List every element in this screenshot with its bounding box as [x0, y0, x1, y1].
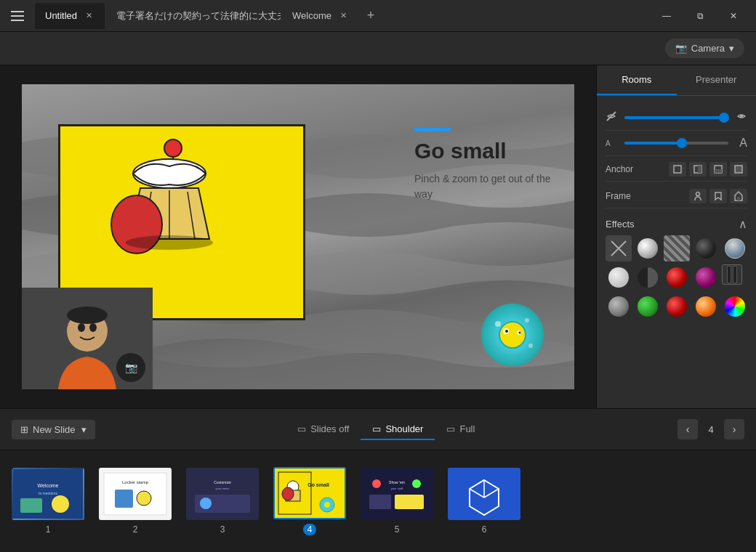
slide-navigation: ‹ 4 ›: [677, 419, 744, 439]
new-tab-button[interactable]: +: [361, 6, 381, 26]
small-text-icon: A: [606, 139, 620, 147]
slide-6-preview: [449, 469, 519, 519]
slide-1-preview: Welcome to mentions: [13, 469, 83, 519]
tab-welcome[interactable]: Welcome ✕: [282, 3, 359, 29]
view-mode-full[interactable]: ▭ Full: [435, 419, 486, 440]
svg-point-36: [52, 495, 69, 513]
effect-pearl[interactable]: [606, 264, 632, 291]
svg-rect-28: [715, 169, 722, 173]
size-slider[interactable]: [624, 142, 728, 145]
tab-label: Untitled: [45, 10, 77, 21]
cupcake-illustration: [75, 130, 293, 312]
slide-thumb-img-1: Welcome to mentions: [12, 468, 84, 520]
slide-5-preview: Show 'em your stuff: [362, 469, 432, 519]
svg-rect-58: [369, 495, 391, 509]
svg-rect-40: [115, 490, 133, 508]
tab-close-button[interactable]: ✕: [83, 10, 94, 22]
anchor-buttons: [669, 162, 747, 176]
close-button[interactable]: ✕: [717, 3, 750, 29]
svg-point-60: [372, 479, 381, 488]
effect-red-preview: [667, 267, 687, 288]
svg-point-14: [495, 321, 501, 327]
svg-rect-26: [698, 166, 701, 173]
slide-num-5: 5: [395, 524, 400, 535]
camera-button[interactable]: 📷 Camera ▾: [665, 38, 744, 58]
effect-rainbow[interactable]: [722, 293, 748, 320]
effect-stripes[interactable]: [664, 235, 690, 261]
effect-none-icon: [608, 238, 629, 259]
svg-point-20: [89, 323, 97, 332]
slide-thumbnail-5[interactable]: Show 'em your stuff 5: [361, 468, 433, 535]
camera-feed: 📷: [22, 288, 153, 389]
effects-header: Effects ∧: [606, 210, 747, 235]
panel-tabs: Rooms Presenter: [597, 65, 756, 96]
prev-slide-button[interactable]: ‹: [677, 419, 698, 439]
panel-tab-presenter[interactable]: Presenter: [677, 65, 757, 95]
hamburger-button[interactable]: [6, 4, 29, 28]
panel-tab-rooms[interactable]: Rooms: [597, 65, 677, 95]
tab-close-button[interactable]: ✕: [337, 10, 349, 22]
effect-dark-sphere[interactable]: [693, 235, 719, 261]
slide-thumbnail-1[interactable]: Welcome to mentions 1: [12, 468, 84, 535]
effect-red2-preview: [667, 296, 687, 317]
tab-label: 電子署名だけの契約って法律的に大丈夫…: [116, 9, 281, 23]
slide-frame: Go small Pinch & zoom to get out of the …: [22, 84, 574, 389]
effect-pearl-preview: [608, 267, 629, 288]
frame-person-button[interactable]: [689, 189, 707, 203]
anchor-top-right[interactable]: [689, 162, 707, 176]
tab-untitled[interactable]: Untitled ✕: [35, 3, 105, 29]
slide-thumb-img-3: Customize your menu: [186, 468, 259, 520]
anchor-row: Anchor: [606, 156, 747, 179]
next-slide-button[interactable]: ›: [724, 419, 744, 439]
slide-thumbnail-4[interactable]: Go small 4: [273, 467, 346, 535]
effect-red2[interactable]: [664, 293, 690, 320]
effect-film[interactable]: [722, 264, 742, 285]
new-slide-button[interactable]: ⊞ New Slide ▾: [12, 420, 95, 439]
opacity-slider[interactable]: [624, 116, 728, 119]
effect-bubble-preview: [725, 238, 745, 259]
frame-bookmark-button[interactable]: [709, 189, 727, 203]
effects-toggle-button[interactable]: ∧: [739, 217, 747, 231]
camera-corner-icon[interactable]: 📷: [116, 353, 145, 382]
svg-rect-35: [20, 498, 42, 513]
view-mode-slides-off[interactable]: ▭ Slides off: [286, 419, 361, 440]
shoulder-label: Shoulder: [385, 423, 423, 434]
frame-house-button[interactable]: [730, 189, 747, 203]
slide-strip: Welcome to mentions 1 Locker stamp 2: [0, 450, 756, 552]
slide-3-preview: Customize your menu: [188, 469, 257, 519]
effect-bubble[interactable]: [722, 235, 748, 261]
shoulder-icon: ▭: [372, 423, 381, 434]
anchor-top-left[interactable]: [669, 162, 686, 176]
effect-red[interactable]: [664, 264, 690, 291]
svg-point-9: [499, 322, 526, 348]
svg-point-46: [200, 498, 212, 509]
minimize-button[interactable]: —: [650, 3, 683, 29]
svg-text:Locker stamp: Locker stamp: [122, 480, 149, 484]
svg-point-23: [740, 115, 743, 118]
effect-white-sphere[interactable]: [635, 235, 661, 261]
effect-rainbow-preview: [725, 296, 745, 317]
anchor-bottom[interactable]: [709, 162, 727, 176]
slide-2-preview: Locker stamp: [100, 469, 170, 519]
svg-point-54: [324, 502, 330, 508]
svg-point-15: [525, 318, 529, 322]
slide-num-4: 4: [303, 524, 317, 535]
view-mode-shoulder[interactable]: ▭ Shoulder: [361, 419, 435, 440]
effect-gray-sphere[interactable]: [606, 293, 632, 320]
effect-dark-sphere-preview: [696, 238, 716, 259]
visibility-on-icon: [733, 110, 747, 124]
tab-japanese[interactable]: 電子署名だけの契約って法律的に大丈夫… ✕: [106, 3, 281, 29]
slide-thumbnail-6[interactable]: 6: [448, 468, 520, 535]
slide-thumbnail-3[interactable]: Customize your menu 3: [186, 468, 259, 535]
effect-dark-half[interactable]: [635, 264, 661, 291]
hamburger-icon: [11, 11, 24, 12]
effect-orange[interactable]: [693, 293, 719, 320]
effect-green[interactable]: [635, 293, 661, 320]
effect-purple[interactable]: [693, 264, 719, 291]
effect-none[interactable]: [606, 235, 632, 261]
slide-thumbnail-2[interactable]: Locker stamp 2: [99, 468, 172, 535]
restore-button[interactable]: ⧉: [683, 3, 717, 29]
svg-point-16: [528, 344, 533, 348]
anchor-full[interactable]: [730, 162, 747, 176]
svg-rect-31: [737, 197, 740, 200]
